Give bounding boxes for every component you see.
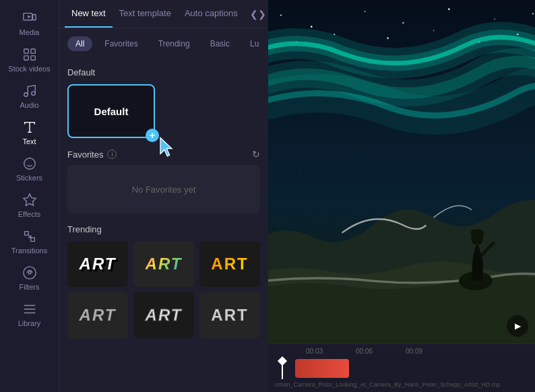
sidebar-item-text[interactable]: Text [5,115,54,151]
favorites-info-icon[interactable]: i [107,150,117,159]
stock-icon [22,47,37,62]
svg-point-24 [532,13,534,14]
stickers-icon [22,156,37,171]
sidebar-item-effects[interactable]: Effects [5,187,54,224]
transitions-icon [22,229,37,244]
svg-point-8 [31,92,35,96]
svg-rect-5 [24,56,28,60]
trending-card-5[interactable]: ART [133,292,194,338]
favorites-refresh-icon[interactable]: ↻ [252,149,260,160]
trending-card-2[interactable]: ART [133,241,194,287]
svg-rect-2 [32,15,36,20]
tab-text-template[interactable]: Text template [113,0,178,28]
trending-text-4: ART [80,306,117,325]
trending-text-6: ART [211,306,248,325]
svg-point-34 [470,229,484,236]
timeline-ruler: 00:03 00:06 00:09 [268,344,535,358]
filters-icon [22,265,37,280]
sidebar-item-label: Media [20,28,40,36]
svg-point-21 [402,22,404,24]
tabs-more-button[interactable]: ❮❯ [245,3,268,25]
default-text-card[interactable]: Default + [67,84,155,138]
filter-trending[interactable]: Trending [150,36,198,51]
svg-point-11 [24,158,35,170]
effects-icon [22,193,37,207]
playhead[interactable] [282,359,283,379]
filter-row: All Favorites Trending Basic Lu ⌄ [59,28,268,59]
library-icon [22,302,37,317]
svg-point-20 [365,11,366,12]
trending-text-3: ART [211,255,248,273]
sidebar-item-label: Transitions [11,247,47,255]
svg-point-18 [280,15,282,16]
svg-point-19 [311,26,313,28]
audio-icon [22,84,37,98]
panel-content: Default Default + Favorites i ↻ No Favor… [59,59,268,392]
sidebar-item-library[interactable]: Library [5,296,54,333]
trending-card-3[interactable]: ART [199,241,260,287]
timeline-track-label: oman_Camera_Risto_Looking_At_Camera_By_H… [275,381,500,388]
panel-tabs: New text Text template Auto captions ❮❯ [59,0,268,28]
default-section-title: Default [67,67,260,77]
svg-point-7 [24,93,28,97]
aurora-scene [268,0,535,344]
svg-rect-4 [30,49,34,53]
trending-text-5: ART [146,306,183,325]
filter-lu[interactable]: Lu [242,36,267,51]
sidebar-item-stickers[interactable]: Stickers [5,151,54,187]
sidebar-item-label: Stickers [16,174,42,182]
trending-card-1[interactable]: ART [67,241,128,287]
sidebar-item-label: Audio [20,101,38,109]
trending-card-6[interactable]: ART [199,292,260,338]
sidebar-item-filters[interactable]: Filters [5,260,54,296]
time-marker-3: 00:09 [406,348,422,355]
favorites-section-title: Favorites [67,150,103,160]
svg-point-22 [448,8,450,10]
filter-all[interactable]: All [67,36,92,51]
sidebar-item-transitions[interactable]: Transitions [5,224,54,260]
sidebar-item-label: Text [22,137,36,145]
default-card-label: Default [94,106,129,117]
sidebar-item-label: Stock videos [8,65,50,73]
filter-basic[interactable]: Basic [202,36,238,51]
tab-auto-captions[interactable]: Auto captions [178,0,245,28]
sidebar-item-label: Library [18,319,41,327]
svg-point-28 [433,30,435,31]
trending-grid: ART ART ART ART ART ART [67,241,260,338]
svg-point-23 [494,18,495,20]
playhead-diamond [278,356,287,366]
filter-favorites[interactable]: Favorites [96,36,146,51]
play-button[interactable]: ▶ [507,315,528,337]
sidebar-item-label: Filters [20,283,40,291]
media-icon [22,11,37,26]
svg-rect-6 [30,56,34,60]
sidebar-item-media[interactable]: Media [5,5,54,42]
time-marker-2: 00:06 [356,348,373,355]
trending-text-2: ART [146,255,183,273]
video-clip[interactable] [295,359,349,378]
sidebar-item-label: Effects [18,210,40,218]
svg-marker-14 [23,194,35,205]
sidebar: Media Stock videos Audio Text [0,0,59,392]
trending-text-1: ART [80,255,117,273]
trending-section-title: Trending [67,224,260,234]
text-panel: New text Text template Auto captions ❮❯ … [59,0,268,392]
text-icon [22,120,37,135]
svg-point-15 [23,267,35,279]
svg-point-16 [28,271,31,274]
sidebar-item-audio[interactable]: Audio [5,78,54,115]
time-marker-1: 00:03 [306,348,323,355]
trending-card-4[interactable]: ART [67,292,128,338]
svg-rect-3 [24,49,28,53]
timeline: 00:03 00:06 00:09 oman_Camera_Risto_Look… [268,344,535,392]
tab-new-text[interactable]: New text [65,0,113,28]
svg-point-27 [387,37,389,39]
timeline-track [275,359,528,379]
favorites-header: Favorites i ↻ [67,149,260,160]
add-default-button[interactable]: + [146,129,159,142]
svg-marker-1 [28,15,31,18]
right-side: ▶ 00:03 00:06 00:09 oman_Camera_Risto_Lo… [268,0,535,392]
preview-area: ▶ [268,0,535,344]
favorites-empty: No Favorites yet [67,165,260,214]
sidebar-item-stock[interactable]: Stock videos [5,42,54,78]
